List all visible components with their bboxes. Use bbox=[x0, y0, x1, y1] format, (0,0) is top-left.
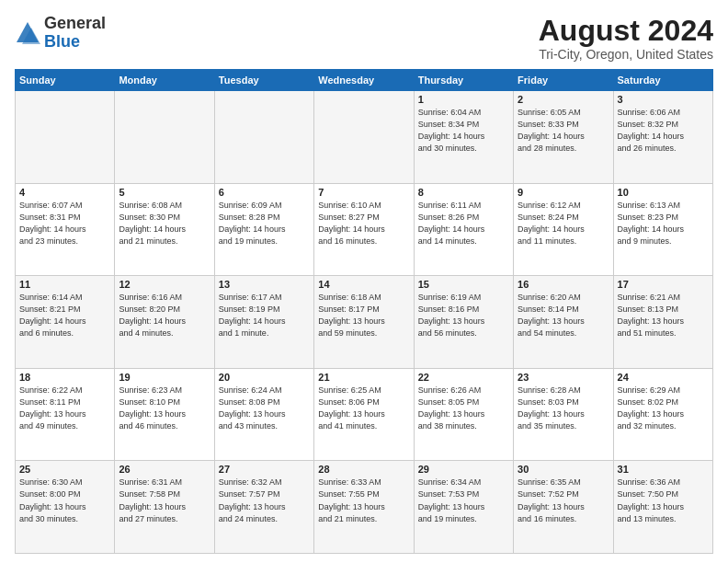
cell-date-number: 11 bbox=[19, 279, 110, 290]
calendar-cell: 2Sunrise: 6:05 AM Sunset: 8:33 PM Daylig… bbox=[514, 91, 613, 184]
cell-info-text: Sunrise: 6:22 AM Sunset: 8:11 PM Dayligh… bbox=[19, 385, 110, 432]
logo: General Blue bbox=[15, 15, 106, 52]
cell-date-number: 31 bbox=[618, 464, 709, 475]
calendar-cell: 11Sunrise: 6:14 AM Sunset: 8:21 PM Dayli… bbox=[16, 276, 115, 369]
day-header-wednesday: Wednesday bbox=[314, 70, 414, 91]
day-header-monday: Monday bbox=[115, 70, 214, 91]
cell-date-number: 23 bbox=[518, 372, 609, 383]
cell-date-number: 17 bbox=[618, 279, 709, 290]
cell-date-number: 20 bbox=[219, 372, 310, 383]
cell-date-number: 24 bbox=[618, 372, 709, 383]
calendar-week-3: 11Sunrise: 6:14 AM Sunset: 8:21 PM Dayli… bbox=[16, 276, 713, 369]
calendar-cell: 8Sunrise: 6:11 AM Sunset: 8:26 PM Daylig… bbox=[414, 183, 513, 276]
main-title: August 2024 bbox=[539, 15, 713, 47]
logo-blue: Blue bbox=[44, 33, 106, 52]
cell-info-text: Sunrise: 6:19 AM Sunset: 8:16 PM Dayligh… bbox=[418, 292, 509, 339]
day-header-saturday: Saturday bbox=[613, 70, 712, 91]
cell-info-text: Sunrise: 6:33 AM Sunset: 7:55 PM Dayligh… bbox=[318, 477, 409, 524]
cell-info-text: Sunrise: 6:08 AM Sunset: 8:30 PM Dayligh… bbox=[119, 200, 210, 247]
cell-info-text: Sunrise: 6:36 AM Sunset: 7:50 PM Dayligh… bbox=[618, 477, 709, 524]
cell-date-number: 26 bbox=[119, 464, 210, 475]
cell-info-text: Sunrise: 6:30 AM Sunset: 8:00 PM Dayligh… bbox=[19, 477, 110, 524]
cell-date-number: 5 bbox=[119, 187, 210, 198]
calendar-header-row: SundayMondayTuesdayWednesdayThursdayFrid… bbox=[16, 70, 713, 91]
calendar-cell: 15Sunrise: 6:19 AM Sunset: 8:16 PM Dayli… bbox=[414, 276, 513, 369]
calendar-cell bbox=[214, 91, 313, 184]
cell-info-text: Sunrise: 6:07 AM Sunset: 8:31 PM Dayligh… bbox=[19, 200, 110, 247]
cell-info-text: Sunrise: 6:32 AM Sunset: 7:57 PM Dayligh… bbox=[219, 477, 310, 524]
cell-date-number: 15 bbox=[418, 279, 509, 290]
calendar-cell: 1Sunrise: 6:04 AM Sunset: 8:34 PM Daylig… bbox=[414, 91, 513, 184]
cell-date-number: 16 bbox=[518, 279, 609, 290]
cell-info-text: Sunrise: 6:12 AM Sunset: 8:24 PM Dayligh… bbox=[518, 200, 609, 247]
day-header-friday: Friday bbox=[514, 70, 613, 91]
calendar-cell: 10Sunrise: 6:13 AM Sunset: 8:23 PM Dayli… bbox=[613, 183, 712, 276]
calendar-cell: 17Sunrise: 6:21 AM Sunset: 8:13 PM Dayli… bbox=[613, 276, 712, 369]
day-header-sunday: Sunday bbox=[16, 70, 115, 91]
calendar-cell: 3Sunrise: 6:06 AM Sunset: 8:32 PM Daylig… bbox=[613, 91, 712, 184]
calendar-cell bbox=[115, 91, 214, 184]
cell-info-text: Sunrise: 6:35 AM Sunset: 7:52 PM Dayligh… bbox=[518, 477, 609, 524]
calendar-week-2: 4Sunrise: 6:07 AM Sunset: 8:31 PM Daylig… bbox=[16, 183, 713, 276]
calendar-cell: 21Sunrise: 6:25 AM Sunset: 8:06 PM Dayli… bbox=[314, 368, 414, 461]
calendar-cell: 23Sunrise: 6:28 AM Sunset: 8:03 PM Dayli… bbox=[514, 368, 613, 461]
cell-date-number: 30 bbox=[518, 464, 609, 475]
calendar-cell: 31Sunrise: 6:36 AM Sunset: 7:50 PM Dayli… bbox=[613, 461, 712, 554]
cell-info-text: Sunrise: 6:23 AM Sunset: 8:10 PM Dayligh… bbox=[119, 385, 210, 432]
cell-info-text: Sunrise: 6:28 AM Sunset: 8:03 PM Dayligh… bbox=[518, 385, 609, 432]
cell-date-number: 7 bbox=[318, 187, 409, 198]
calendar-cell: 24Sunrise: 6:29 AM Sunset: 8:02 PM Dayli… bbox=[613, 368, 712, 461]
cell-info-text: Sunrise: 6:09 AM Sunset: 8:28 PM Dayligh… bbox=[219, 200, 310, 247]
cell-info-text: Sunrise: 6:05 AM Sunset: 8:33 PM Dayligh… bbox=[518, 107, 609, 155]
cell-date-number: 25 bbox=[19, 464, 110, 475]
cell-info-text: Sunrise: 6:14 AM Sunset: 8:21 PM Dayligh… bbox=[19, 292, 110, 339]
page: General Blue August 2024 Tri-City, Orego… bbox=[0, 0, 728, 563]
calendar-cell bbox=[314, 91, 414, 184]
logo-text: General Blue bbox=[44, 15, 106, 52]
cell-date-number: 19 bbox=[119, 372, 210, 383]
cell-date-number: 14 bbox=[318, 279, 409, 290]
calendar-cell: 30Sunrise: 6:35 AM Sunset: 7:52 PM Dayli… bbox=[514, 461, 613, 554]
calendar-cell: 4Sunrise: 6:07 AM Sunset: 8:31 PM Daylig… bbox=[16, 183, 115, 276]
calendar-cell: 26Sunrise: 6:31 AM Sunset: 7:58 PM Dayli… bbox=[115, 461, 214, 554]
cell-date-number: 28 bbox=[318, 464, 409, 475]
calendar-cell: 5Sunrise: 6:08 AM Sunset: 8:30 PM Daylig… bbox=[115, 183, 214, 276]
cell-date-number: 12 bbox=[119, 279, 210, 290]
subtitle: Tri-City, Oregon, United States bbox=[539, 47, 713, 62]
cell-info-text: Sunrise: 6:17 AM Sunset: 8:19 PM Dayligh… bbox=[219, 292, 310, 339]
calendar-cell: 22Sunrise: 6:26 AM Sunset: 8:05 PM Dayli… bbox=[414, 368, 513, 461]
cell-date-number: 8 bbox=[418, 187, 509, 198]
calendar-cell: 7Sunrise: 6:10 AM Sunset: 8:27 PM Daylig… bbox=[314, 183, 414, 276]
cell-info-text: Sunrise: 6:18 AM Sunset: 8:17 PM Dayligh… bbox=[318, 292, 409, 339]
cell-info-text: Sunrise: 6:29 AM Sunset: 8:02 PM Dayligh… bbox=[618, 385, 709, 432]
calendar-week-5: 25Sunrise: 6:30 AM Sunset: 8:00 PM Dayli… bbox=[16, 461, 713, 554]
calendar-week-1: 1Sunrise: 6:04 AM Sunset: 8:34 PM Daylig… bbox=[16, 91, 713, 184]
cell-info-text: Sunrise: 6:10 AM Sunset: 8:27 PM Dayligh… bbox=[318, 200, 409, 247]
cell-date-number: 10 bbox=[618, 187, 709, 198]
cell-info-text: Sunrise: 6:21 AM Sunset: 8:13 PM Dayligh… bbox=[618, 292, 709, 339]
calendar-cell: 16Sunrise: 6:20 AM Sunset: 8:14 PM Dayli… bbox=[514, 276, 613, 369]
cell-info-text: Sunrise: 6:16 AM Sunset: 8:20 PM Dayligh… bbox=[119, 292, 210, 339]
cell-date-number: 3 bbox=[618, 94, 709, 105]
cell-date-number: 27 bbox=[219, 464, 310, 475]
cell-date-number: 1 bbox=[418, 94, 509, 105]
day-header-tuesday: Tuesday bbox=[214, 70, 313, 91]
day-header-thursday: Thursday bbox=[414, 70, 513, 91]
calendar-cell: 6Sunrise: 6:09 AM Sunset: 8:28 PM Daylig… bbox=[214, 183, 313, 276]
cell-info-text: Sunrise: 6:31 AM Sunset: 7:58 PM Dayligh… bbox=[119, 477, 210, 524]
header: General Blue August 2024 Tri-City, Orego… bbox=[15, 15, 713, 62]
cell-date-number: 21 bbox=[318, 372, 409, 383]
cell-date-number: 9 bbox=[518, 187, 609, 198]
calendar-cell: 9Sunrise: 6:12 AM Sunset: 8:24 PM Daylig… bbox=[514, 183, 613, 276]
cell-info-text: Sunrise: 6:34 AM Sunset: 7:53 PM Dayligh… bbox=[418, 477, 509, 524]
cell-info-text: Sunrise: 6:11 AM Sunset: 8:26 PM Dayligh… bbox=[418, 200, 509, 247]
cell-info-text: Sunrise: 6:24 AM Sunset: 8:08 PM Dayligh… bbox=[219, 385, 310, 432]
calendar-week-4: 18Sunrise: 6:22 AM Sunset: 8:11 PM Dayli… bbox=[16, 368, 713, 461]
calendar-cell: 27Sunrise: 6:32 AM Sunset: 7:57 PM Dayli… bbox=[214, 461, 313, 554]
cell-date-number: 2 bbox=[518, 94, 609, 105]
calendar-cell: 19Sunrise: 6:23 AM Sunset: 8:10 PM Dayli… bbox=[115, 368, 214, 461]
calendar-cell: 12Sunrise: 6:16 AM Sunset: 8:20 PM Dayli… bbox=[115, 276, 214, 369]
calendar-cell: 18Sunrise: 6:22 AM Sunset: 8:11 PM Dayli… bbox=[16, 368, 115, 461]
cell-info-text: Sunrise: 6:06 AM Sunset: 8:32 PM Dayligh… bbox=[618, 107, 709, 155]
calendar-cell: 20Sunrise: 6:24 AM Sunset: 8:08 PM Dayli… bbox=[214, 368, 313, 461]
